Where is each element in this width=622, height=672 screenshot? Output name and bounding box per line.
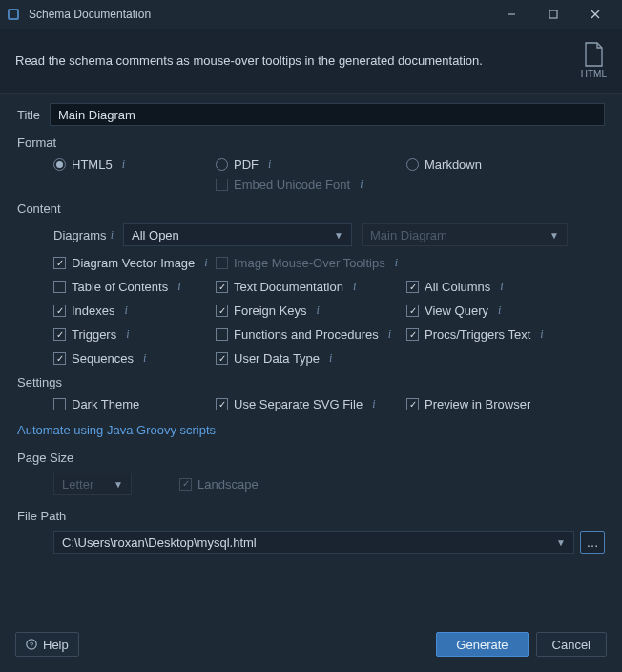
info-icon[interactable]: i <box>317 304 320 318</box>
check-sequences[interactable]: Sequencesi <box>53 351 216 366</box>
check-label: Sequences <box>72 351 134 366</box>
checkbox-icon <box>53 257 66 269</box>
svg-rect-3 <box>549 10 557 18</box>
minimize-button[interactable] <box>490 1 532 28</box>
help-icon: ? <box>26 639 37 650</box>
browse-button[interactable]: … <box>580 531 605 554</box>
info-icon[interactable]: i <box>388 327 391 342</box>
checkbox-icon <box>53 304 66 317</box>
html-badge: HTML <box>581 42 607 79</box>
check-table-of-contents[interactable]: Table of Contentsi <box>53 280 216 294</box>
checkbox-icon <box>179 478 192 491</box>
title-label: Title <box>17 108 50 122</box>
info-icon[interactable]: i <box>268 158 271 172</box>
check-label: Functions and Procedures <box>234 327 379 342</box>
checkbox-icon <box>53 281 66 293</box>
info-icon[interactable]: i <box>125 304 128 318</box>
info-icon[interactable]: i <box>177 280 180 294</box>
check-indexes[interactable]: Indexesi <box>53 304 216 318</box>
check-dark-theme[interactable]: Dark Theme <box>53 397 216 411</box>
checkbox-icon <box>216 178 228 191</box>
info-icon: i <box>395 256 398 270</box>
settings-section-label: Settings <box>17 375 605 389</box>
radio-label: HTML5 <box>72 158 113 172</box>
check-procs-triggers-text[interactable]: Procs/Triggers Texti <box>406 327 597 342</box>
close-button[interactable] <box>574 1 616 28</box>
radio-markdown[interactable]: Markdown <box>406 158 597 172</box>
info-icon[interactable]: i <box>111 228 114 242</box>
diagrams-label: Diagramsi <box>53 228 114 242</box>
radio-html5[interactable]: HTML5 i <box>53 158 216 172</box>
window-title: Schema Documentation <box>29 8 490 21</box>
info-icon[interactable]: i <box>540 327 543 342</box>
check-all-columns[interactable]: All Columnsi <box>406 280 597 294</box>
checkbox-icon <box>406 304 419 317</box>
title-input[interactable] <box>50 103 605 126</box>
check-label: Preview in Browser <box>425 397 530 411</box>
diagram-select-disabled: Main Diagram ▼ <box>362 223 568 246</box>
check-label: Diagram Vector Image <box>72 256 195 270</box>
radio-icon <box>53 158 66 171</box>
window-titlebar: Schema Documentation <box>0 0 622 29</box>
check-triggers[interactable]: Triggersi <box>53 327 216 342</box>
radio-label: Markdown <box>425 158 482 172</box>
info-icon[interactable]: i <box>372 397 375 411</box>
check-label: User Data Type <box>234 351 320 366</box>
check-diagram-vector-image[interactable]: Diagram Vector Imagei <box>53 256 216 270</box>
automate-link[interactable]: Automate using Java Groovy scripts <box>17 423 216 437</box>
check-functions-procedures[interactable]: Functions and Proceduresi <box>216 327 406 342</box>
file-path-select[interactable]: C:\Users\roxan\Desktop\mysql.html ▼ <box>53 531 574 554</box>
check-image-mouseover: Image Mouse-Over Tooltipsi <box>216 256 406 270</box>
check-view-query[interactable]: View Queryi <box>406 304 597 318</box>
check-label: Landscape <box>197 477 259 492</box>
diagrams-select[interactable]: All Open ▼ <box>123 223 352 246</box>
check-user-data-type[interactable]: User Data Typei <box>216 351 406 366</box>
check-label: Embed Unicode Font <box>234 178 350 192</box>
checkbox-icon <box>53 328 66 341</box>
select-value: All Open <box>132 228 179 242</box>
radio-icon <box>216 158 228 171</box>
checkbox-icon <box>216 257 228 269</box>
chevron-down-icon: ▼ <box>114 479 123 490</box>
info-icon[interactable]: i <box>126 327 129 342</box>
info-icon[interactable]: i <box>122 158 125 172</box>
file-icon <box>583 42 604 67</box>
check-label: Procs/Triggers Text <box>425 327 530 342</box>
generate-button[interactable]: Generate <box>436 632 528 657</box>
checkbox-icon <box>53 398 66 410</box>
page-size-label: Page Size <box>17 451 605 465</box>
checkbox-icon <box>216 304 228 317</box>
check-label: Image Mouse-Over Tooltips <box>234 256 385 270</box>
check-foreign-keys[interactable]: Foreign Keysi <box>216 304 406 318</box>
maximize-button[interactable] <box>532 1 574 28</box>
check-label: Triggers <box>72 327 116 342</box>
info-icon[interactable]: i <box>498 304 501 318</box>
badge-label: HTML <box>581 69 607 79</box>
svg-rect-1 <box>10 10 17 18</box>
select-value: Main Diagram <box>370 228 447 242</box>
select-value: C:\Users\roxan\Desktop\mysql.html <box>62 536 257 550</box>
check-preview-browser[interactable]: Preview in Browser <box>406 397 597 411</box>
format-section-label: Format <box>17 136 605 150</box>
help-button[interactable]: ? Help <box>15 632 79 657</box>
checkbox-icon <box>216 398 228 410</box>
checkbox-icon <box>216 328 228 341</box>
dialog-footer: ? Help Generate Cancel <box>0 620 622 672</box>
button-label: Cancel <box>552 638 591 652</box>
check-separate-svg[interactable]: Use Separate SVG Filei <box>216 397 406 411</box>
info-icon[interactable]: i <box>329 351 332 366</box>
app-icon <box>6 7 21 22</box>
cancel-button[interactable]: Cancel <box>536 632 607 657</box>
info-icon[interactable]: i <box>353 280 356 294</box>
info-icon[interactable]: i <box>143 351 146 366</box>
info-icon[interactable]: i <box>204 256 207 270</box>
chevron-down-icon: ▼ <box>334 230 343 241</box>
page-size-select: Letter ▼ <box>53 472 132 495</box>
check-text-documentation[interactable]: Text Documentationi <box>216 280 406 294</box>
radio-pdf[interactable]: PDF i <box>216 158 406 172</box>
svg-text:?: ? <box>30 640 34 649</box>
info-icon[interactable]: i <box>500 280 503 294</box>
radio-icon <box>406 158 419 171</box>
check-label: Indexes <box>72 304 115 318</box>
checkbox-icon <box>216 352 228 365</box>
